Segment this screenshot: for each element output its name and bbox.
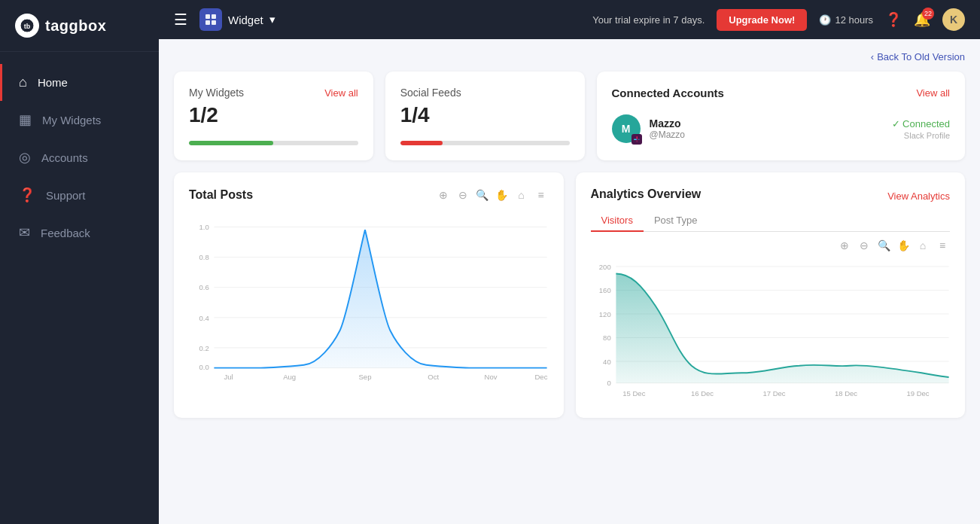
chevron-left-icon: ‹ [871,51,874,62]
analytics-zoom-reset-icon[interactable]: 🔍 [876,238,891,253]
sidebar-label-support: Support [46,189,86,202]
my-widgets-card: My Widgets View all 1/2 [174,72,373,160]
topbar: ☰ Widget ▾ Your trial expire in 7 days. … [159,0,980,39]
back-to-old-link[interactable]: ‹ Back To Old Version [871,51,965,62]
analytics-card: Analytics Overview View Analytics Visito… [576,172,966,418]
my-widgets-header: My Widgets View all [189,87,358,99]
svg-text:0: 0 [607,379,610,387]
svg-text:120: 120 [598,310,610,318]
analytics-zoom-in-icon[interactable]: ⊕ [837,238,852,253]
analytics-chart: 200 160 120 80 40 0 [591,256,951,403]
logo-text: taggbox [45,17,106,35]
svg-rect-2 [205,14,210,19]
social-feeds-header: Social Feeds [400,87,570,99]
svg-text:Dec: Dec [534,373,547,381]
total-posts-toolbar: ⊕ ⊖ 🔍 ✋ ⌂ ≡ [436,187,549,203]
back-link-container: ‹ Back To Old Version [174,51,965,62]
connected-status: ✓ Connected Slack Profile [892,118,950,140]
help-icon[interactable]: ❓ [885,11,902,28]
social-feeds-value: 1/4 [400,103,570,127]
social-feeds-card: Social Feeds 1/4 [385,72,585,160]
sidebar: tb taggbox ⌂ Home ▦ My Widgets ◎ Account… [0,0,159,524]
svg-text:0.6: 0.6 [199,283,208,291]
pan-icon[interactable]: ✋ [495,187,510,203]
analytics-menu-icon[interactable]: ≡ [935,238,950,253]
svg-rect-6 [636,136,638,139]
svg-rect-3 [212,14,216,19]
svg-text:tb: tb [24,23,31,30]
widget-selector[interactable]: Widget ▾ [199,8,275,31]
sidebar-label-feedback: Feedback [41,227,90,239]
tab-post-type[interactable]: Post Type [644,210,708,232]
analytics-zoom-out-icon[interactable]: ⊖ [857,238,872,253]
notification-bell[interactable]: 🔔 22 [914,11,930,28]
my-widgets-progress-bg [189,141,358,145]
sidebar-label-mywidgets: My Widgets [42,114,101,126]
sidebar-label-home: Home [38,76,68,89]
analytics-pan-icon[interactable]: ✋ [896,238,911,253]
accounts-header: Connected Accounts View all [612,87,951,99]
svg-text:Aug: Aug [283,373,296,381]
sidebar-item-home[interactable]: ⌂ Home [0,64,159,101]
tab-visitors[interactable]: Visitors [591,210,644,232]
svg-text:0.0: 0.0 [199,364,208,372]
zoom-in-icon[interactable]: ⊕ [436,187,451,203]
widget-label: Widget [228,14,263,26]
svg-text:17 Dec: 17 Dec [762,389,785,398]
svg-rect-7 [636,140,638,142]
svg-text:200: 200 [598,263,610,271]
account-initials: M [622,123,631,135]
svg-text:0.8: 0.8 [199,253,208,261]
svg-rect-8 [634,139,637,141]
logo-icon: tb [15,14,39,38]
svg-text:Jul: Jul [224,373,233,381]
svg-text:Nov: Nov [485,373,498,381]
menu-chart-icon[interactable]: ≡ [534,187,549,203]
accounts-title: Connected Accounts [612,87,724,99]
clock-icon: 🕐 [819,14,831,26]
svg-text:15 Dec: 15 Dec [622,389,645,398]
widget-icon [199,8,222,31]
top-cards-row: My Widgets View all 1/2 Social Feeds 1/4 [174,72,965,160]
sidebar-item-mywidgets[interactable]: ▦ My Widgets [0,101,159,139]
connected-label: ✓ Connected [892,118,950,129]
analytics-home-icon[interactable]: ⌂ [915,238,930,253]
sidebar-nav: ⌂ Home ▦ My Widgets ◎ Accounts ❓ Support… [0,52,159,524]
svg-text:16 Dec: 16 Dec [690,389,713,398]
account-item: M Mazzo @Mazzo [612,114,951,143]
home-icon: ⌂ [19,75,27,90]
sidebar-item-support[interactable]: ❓ Support [0,176,159,214]
menu-icon[interactable]: ☰ [174,11,187,29]
view-analytics-link[interactable]: View Analytics [887,190,950,202]
sidebar-item-accounts[interactable]: ◎ Accounts [0,139,159,176]
total-posts-card: Total Posts ⊕ ⊖ 🔍 ✋ ⌂ ≡ 1.0 0.8 0.6 [174,172,564,418]
svg-text:1.0: 1.0 [199,223,208,231]
svg-text:Oct: Oct [428,373,439,381]
account-handle: @Mazzo [650,129,884,140]
home-chart-icon[interactable]: ⌂ [514,187,529,203]
my-widgets-view-all[interactable]: View all [324,87,358,99]
analytics-toolbar: ⊕ ⊖ 🔍 ✋ ⌂ ≡ [591,238,951,253]
svg-rect-5 [212,20,216,25]
sidebar-item-feedback[interactable]: ✉ Feedback [0,214,159,251]
main-area: ☰ Widget ▾ Your trial expire in 7 days. … [159,0,980,524]
logo-area: tb taggbox [0,0,159,52]
analytics-header: Analytics Overview View Analytics [591,187,951,204]
svg-rect-4 [205,20,210,25]
accounts-view-all[interactable]: View all [916,87,950,99]
user-avatar[interactable]: K [942,8,965,31]
account-info: Mazzo @Mazzo [650,117,884,140]
upgrade-button[interactable]: Upgrade Now! [717,9,807,31]
zoom-reset-icon[interactable]: 🔍 [475,187,490,203]
svg-text:Sep: Sep [358,373,371,381]
feedback-icon: ✉ [19,224,30,241]
accounts-icon: ◎ [19,149,31,166]
charts-row: Total Posts ⊕ ⊖ 🔍 ✋ ⌂ ≡ 1.0 0.8 0.6 [174,172,965,418]
check-icon: ✓ [892,118,900,129]
time-label: 12 hours [835,14,873,26]
my-widgets-progress-fill [189,141,273,145]
trial-text: Your trial expire in 7 days. [592,14,705,26]
zoom-out-icon[interactable]: ⊖ [455,187,470,203]
support-icon: ❓ [19,187,35,203]
profile-type: Slack Profile [904,131,950,140]
